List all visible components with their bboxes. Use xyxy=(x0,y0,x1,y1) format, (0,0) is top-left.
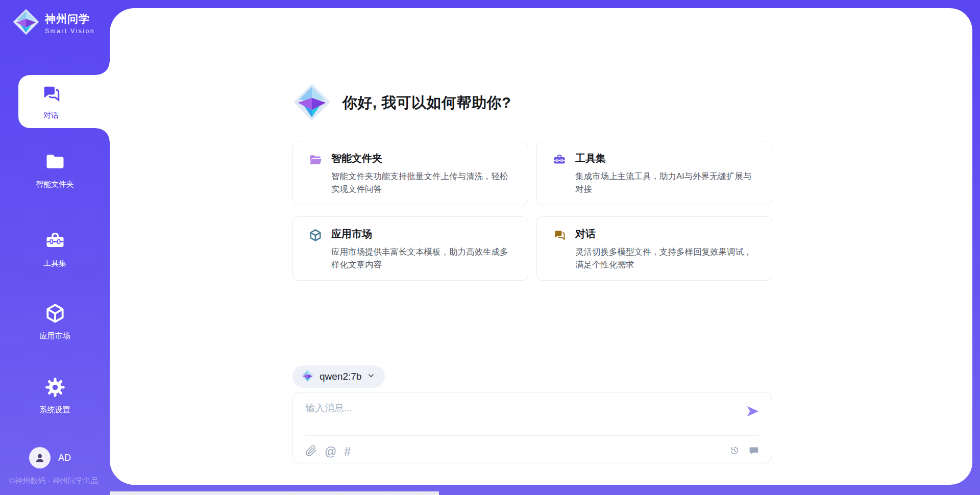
sidebar-item-label: 对话 xyxy=(43,111,59,120)
composer-toolbar: @ # xyxy=(305,441,760,462)
card-body: 对话 灵活切换多模型文件，支持多样回复效果调试，满足个性化需求 xyxy=(575,227,757,280)
sidebar-item-label: 工具集 xyxy=(43,259,66,268)
card-smart-folder[interactable]: 智能文件夹 智能文件夹功能支持批量文件上传与清洗，轻松实现文件问答 xyxy=(292,141,528,205)
brand-logo: 神州问学 Smart Vision xyxy=(12,8,95,38)
model-selector[interactable]: qwen2:7b xyxy=(292,365,385,388)
card-body: 智能文件夹 智能文件夹功能支持批量文件上传与清洗，轻松实现文件问答 xyxy=(331,152,513,205)
card-description: 集成市场上主流工具，助力AI与外界无缝扩展与对接 xyxy=(575,170,757,195)
card-toolset[interactable]: 工具集 集成市场上主流工具，助力AI与外界无缝扩展与对接 xyxy=(536,141,772,205)
card-title: 应用市场 xyxy=(331,227,513,241)
card-description: 应用市场提供丰富长文本模板，助力高效生成多样化文章内容 xyxy=(331,245,513,271)
folder-open-icon xyxy=(308,152,323,205)
diamond-logo-icon xyxy=(292,83,331,123)
card-description: 智能文件夹功能支持批量文件上传与清洗，轻松实现文件问答 xyxy=(331,170,513,195)
sidebar-item-settings[interactable]: 系统设置 xyxy=(0,376,110,415)
sidebar-item-label: 应用市场 xyxy=(40,331,70,341)
card-title: 工具集 xyxy=(575,152,757,165)
chat-icon xyxy=(40,83,62,107)
brand-name: 神州问学 xyxy=(45,12,95,26)
at-sign-icon[interactable]: @ xyxy=(325,446,336,458)
send-icon[interactable] xyxy=(745,404,761,421)
toolbox-icon xyxy=(552,152,567,205)
chat-icon xyxy=(552,227,567,280)
message-composer: @ # xyxy=(292,392,772,463)
card-title: 智能文件夹 xyxy=(331,152,513,165)
greeting: 你好, 我可以如何帮助你? xyxy=(292,83,511,123)
card-body: 工具集 集成市场上主流工具，助力AI与外界无缝扩展与对接 xyxy=(575,152,757,205)
cube-icon xyxy=(44,302,66,327)
copyright-footer: ©神州数码 · 神州问学出品 xyxy=(9,476,98,486)
sidebar: 神州问学 Smart Vision 对话 智能文件夹 xyxy=(0,0,110,495)
paperclip-icon[interactable] xyxy=(305,445,317,459)
sidebar-item-label: 智能文件夹 xyxy=(36,180,74,189)
user-account[interactable]: AD xyxy=(29,447,71,468)
greeting-title: 你好, 我可以如何帮助你? xyxy=(342,93,511,113)
toolbox-icon xyxy=(44,230,66,254)
card-chat[interactable]: 对话 灵活切换多模型文件，支持多样回复效果调试，满足个性化需求 xyxy=(536,216,772,281)
cube-icon xyxy=(308,227,323,280)
brand-text: 神州问学 Smart Vision xyxy=(45,12,95,35)
chevron-down-icon xyxy=(366,371,376,382)
sidebar-item-toolset[interactable]: 工具集 xyxy=(0,230,110,268)
sidebar-item-label: 系统设置 xyxy=(40,405,70,415)
folder-icon xyxy=(44,151,66,175)
composer-divider xyxy=(305,435,760,436)
feature-cards: 智能文件夹 智能文件夹功能支持批量文件上传与清洗，轻松实现文件问答 工具集 xyxy=(292,141,772,281)
message-icon[interactable] xyxy=(748,445,760,458)
card-description: 灵活切换多模型文件，支持多样回复效果调试，满足个性化需求 xyxy=(575,245,757,271)
avatar-person-icon xyxy=(33,451,46,464)
user-name: AD xyxy=(58,453,71,463)
sidebar-item-chat[interactable]: 对话 xyxy=(18,75,110,128)
avatar xyxy=(29,447,51,468)
main-panel: 你好, 我可以如何帮助你? 智能文件夹 智能文件夹功能支持批量文件上传与清洗，轻… xyxy=(110,8,972,485)
card-title: 对话 xyxy=(575,227,757,241)
message-input[interactable] xyxy=(305,402,734,430)
sidebar-item-smart-folder[interactable]: 智能文件夹 xyxy=(0,151,110,189)
gear-icon xyxy=(44,376,66,401)
hash-icon[interactable]: # xyxy=(344,446,351,458)
card-body: 应用市场 应用市场提供丰富长文本模板，助力高效生成多样化文章内容 xyxy=(331,227,513,280)
card-app-market[interactable]: 应用市场 应用市场提供丰富长文本模板，助力高效生成多样化文章内容 xyxy=(292,216,528,281)
diamond-logo-icon xyxy=(301,369,314,385)
brand-subtitle: Smart Vision xyxy=(45,28,95,35)
model-name: qwen2:7b xyxy=(320,371,361,382)
history-icon[interactable] xyxy=(729,445,740,458)
diamond-logo-icon xyxy=(12,8,40,38)
sidebar-item-app-market[interactable]: 应用市场 xyxy=(0,302,110,341)
horizontal-scrollbar[interactable] xyxy=(110,491,439,495)
